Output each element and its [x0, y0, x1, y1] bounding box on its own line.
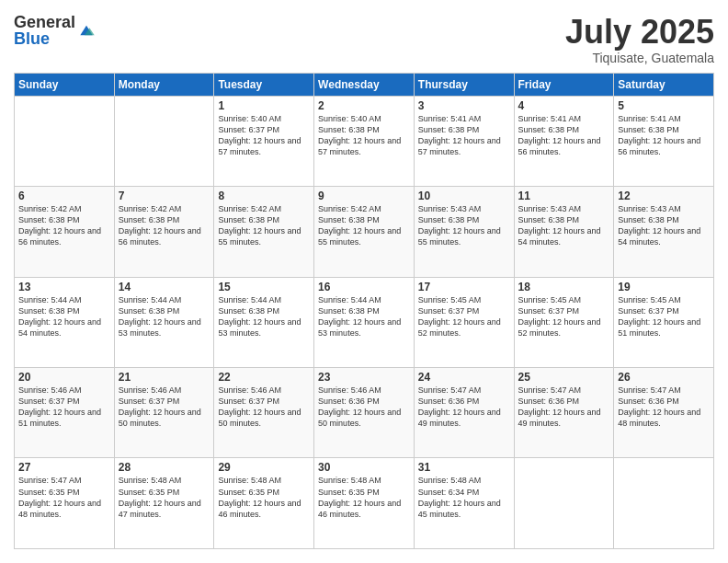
logo: General Blue — [14, 14, 96, 47]
calendar-cell: 4Sunrise: 5:41 AMSunset: 6:38 PMDaylight… — [514, 96, 614, 186]
header-friday: Friday — [514, 73, 614, 96]
day-number: 2 — [318, 99, 410, 112]
calendar-cell: 19Sunrise: 5:45 AMSunset: 6:37 PMDayligh… — [614, 277, 714, 367]
calendar-cell — [114, 96, 214, 186]
day-info: Sunrise: 5:48 AMSunset: 6:35 PMDaylight:… — [218, 475, 310, 520]
month-title: July 2025 — [565, 14, 714, 51]
calendar-cell: 3Sunrise: 5:41 AMSunset: 6:38 PMDaylight… — [414, 96, 514, 186]
day-info: Sunrise: 5:47 AMSunset: 6:35 PMDaylight:… — [18, 475, 110, 520]
day-info: Sunrise: 5:42 AMSunset: 6:38 PMDaylight:… — [318, 203, 410, 248]
logo-blue: Blue — [14, 30, 75, 47]
day-number: 25 — [518, 371, 610, 384]
day-number: 12 — [618, 190, 710, 202]
day-number: 10 — [418, 190, 510, 202]
calendar-cell: 27Sunrise: 5:47 AMSunset: 6:35 PMDayligh… — [15, 458, 115, 549]
day-number: 21 — [119, 371, 210, 384]
day-info: Sunrise: 5:46 AMSunset: 6:37 PMDaylight:… — [218, 385, 310, 430]
calendar-cell — [614, 458, 714, 549]
day-number: 13 — [18, 281, 110, 293]
day-number: 11 — [518, 190, 610, 202]
day-info: Sunrise: 5:42 AMSunset: 6:38 PMDaylight:… — [218, 203, 310, 248]
header-thursday: Thursday — [414, 73, 514, 96]
day-info: Sunrise: 5:48 AMSunset: 6:34 PMDaylight:… — [418, 475, 510, 520]
day-number: 29 — [218, 461, 310, 474]
day-number: 27 — [18, 461, 110, 474]
day-info: Sunrise: 5:46 AMSunset: 6:37 PMDaylight:… — [119, 385, 210, 430]
calendar-cell: 7Sunrise: 5:42 AMSunset: 6:38 PMDaylight… — [114, 187, 214, 277]
day-number: 15 — [218, 281, 310, 293]
calendar-cell: 8Sunrise: 5:42 AMSunset: 6:38 PMDaylight… — [214, 187, 314, 277]
day-number: 17 — [418, 281, 510, 293]
calendar-cell: 20Sunrise: 5:46 AMSunset: 6:37 PMDayligh… — [15, 368, 115, 458]
header-sunday: Sunday — [15, 73, 115, 96]
day-info: Sunrise: 5:41 AMSunset: 6:38 PMDaylight:… — [418, 113, 510, 158]
calendar-cell: 12Sunrise: 5:43 AMSunset: 6:38 PMDayligh… — [614, 187, 714, 277]
week-row-1: 1Sunrise: 5:40 AMSunset: 6:37 PMDaylight… — [15, 96, 714, 186]
calendar-cell: 23Sunrise: 5:46 AMSunset: 6:36 PMDayligh… — [314, 368, 415, 458]
calendar-cell: 9Sunrise: 5:42 AMSunset: 6:38 PMDaylight… — [314, 187, 415, 277]
day-number: 14 — [119, 281, 210, 293]
day-number: 30 — [318, 461, 410, 474]
calendar-cell: 22Sunrise: 5:46 AMSunset: 6:37 PMDayligh… — [214, 368, 314, 458]
day-info: Sunrise: 5:40 AMSunset: 6:38 PMDaylight:… — [318, 113, 410, 158]
calendar-cell: 15Sunrise: 5:44 AMSunset: 6:38 PMDayligh… — [214, 277, 314, 367]
page: General Blue July 2025 Tiquisate, Guatem… — [0, 0, 728, 563]
header-monday: Monday — [114, 73, 214, 96]
day-info: Sunrise: 5:42 AMSunset: 6:38 PMDaylight:… — [18, 203, 110, 248]
day-number: 4 — [518, 99, 610, 112]
day-number: 6 — [18, 190, 110, 202]
day-info: Sunrise: 5:48 AMSunset: 6:35 PMDaylight:… — [119, 475, 210, 520]
day-info: Sunrise: 5:44 AMSunset: 6:38 PMDaylight:… — [318, 294, 410, 339]
day-number: 8 — [218, 190, 310, 202]
calendar-cell: 29Sunrise: 5:48 AMSunset: 6:35 PMDayligh… — [214, 458, 314, 549]
day-info: Sunrise: 5:43 AMSunset: 6:38 PMDaylight:… — [618, 203, 710, 248]
header: General Blue July 2025 Tiquisate, Guatem… — [14, 14, 714, 65]
calendar-cell: 13Sunrise: 5:44 AMSunset: 6:38 PMDayligh… — [15, 277, 115, 367]
day-number: 31 — [418, 461, 510, 474]
calendar-cell — [15, 96, 115, 186]
day-info: Sunrise: 5:41 AMSunset: 6:38 PMDaylight:… — [518, 113, 610, 158]
calendar-cell: 26Sunrise: 5:47 AMSunset: 6:36 PMDayligh… — [614, 368, 714, 458]
day-number: 3 — [418, 99, 510, 112]
day-number: 20 — [18, 371, 110, 384]
calendar-cell: 17Sunrise: 5:45 AMSunset: 6:37 PMDayligh… — [414, 277, 514, 367]
day-number: 22 — [218, 371, 310, 384]
title-block: July 2025 Tiquisate, Guatemala — [565, 14, 714, 65]
day-info: Sunrise: 5:44 AMSunset: 6:38 PMDaylight:… — [119, 294, 210, 339]
day-info: Sunrise: 5:41 AMSunset: 6:38 PMDaylight:… — [618, 113, 710, 158]
calendar-cell: 2Sunrise: 5:40 AMSunset: 6:38 PMDaylight… — [314, 96, 415, 186]
day-number: 18 — [518, 281, 610, 293]
day-info: Sunrise: 5:47 AMSunset: 6:36 PMDaylight:… — [618, 385, 710, 430]
calendar-cell: 5Sunrise: 5:41 AMSunset: 6:38 PMDaylight… — [614, 96, 714, 186]
day-info: Sunrise: 5:43 AMSunset: 6:38 PMDaylight:… — [518, 203, 610, 248]
day-info: Sunrise: 5:40 AMSunset: 6:37 PMDaylight:… — [218, 113, 310, 158]
calendar-cell: 31Sunrise: 5:48 AMSunset: 6:34 PMDayligh… — [414, 458, 514, 549]
day-info: Sunrise: 5:46 AMSunset: 6:36 PMDaylight:… — [318, 385, 410, 430]
day-info: Sunrise: 5:48 AMSunset: 6:35 PMDaylight:… — [318, 475, 410, 520]
day-number: 7 — [119, 190, 210, 202]
day-info: Sunrise: 5:45 AMSunset: 6:37 PMDaylight:… — [418, 294, 510, 339]
location: Tiquisate, Guatemala — [565, 51, 714, 65]
calendar-cell: 16Sunrise: 5:44 AMSunset: 6:38 PMDayligh… — [314, 277, 415, 367]
day-number: 23 — [318, 371, 410, 384]
calendar-cell: 28Sunrise: 5:48 AMSunset: 6:35 PMDayligh… — [114, 458, 214, 549]
day-info: Sunrise: 5:47 AMSunset: 6:36 PMDaylight:… — [418, 385, 510, 430]
calendar-cell: 6Sunrise: 5:42 AMSunset: 6:38 PMDaylight… — [15, 187, 115, 277]
calendar-cell: 10Sunrise: 5:43 AMSunset: 6:38 PMDayligh… — [414, 187, 514, 277]
calendar-cell: 11Sunrise: 5:43 AMSunset: 6:38 PMDayligh… — [514, 187, 614, 277]
logo-general: General — [14, 14, 75, 30]
day-info: Sunrise: 5:44 AMSunset: 6:38 PMDaylight:… — [18, 294, 110, 339]
calendar-cell: 25Sunrise: 5:47 AMSunset: 6:36 PMDayligh… — [514, 368, 614, 458]
weekday-header-row: Sunday Monday Tuesday Wednesday Thursday… — [15, 73, 714, 96]
calendar-cell: 18Sunrise: 5:45 AMSunset: 6:37 PMDayligh… — [514, 277, 614, 367]
calendar-cell: 14Sunrise: 5:44 AMSunset: 6:38 PMDayligh… — [114, 277, 214, 367]
week-row-5: 27Sunrise: 5:47 AMSunset: 6:35 PMDayligh… — [15, 458, 714, 549]
calendar-cell: 1Sunrise: 5:40 AMSunset: 6:37 PMDaylight… — [214, 96, 314, 186]
calendar-table: Sunday Monday Tuesday Wednesday Thursday… — [14, 73, 714, 549]
calendar-cell — [514, 458, 614, 549]
header-wednesday: Wednesday — [314, 73, 415, 96]
day-number: 28 — [119, 461, 210, 474]
calendar-cell: 21Sunrise: 5:46 AMSunset: 6:37 PMDayligh… — [114, 368, 214, 458]
week-row-2: 6Sunrise: 5:42 AMSunset: 6:38 PMDaylight… — [15, 187, 714, 277]
day-info: Sunrise: 5:42 AMSunset: 6:38 PMDaylight:… — [119, 203, 210, 248]
